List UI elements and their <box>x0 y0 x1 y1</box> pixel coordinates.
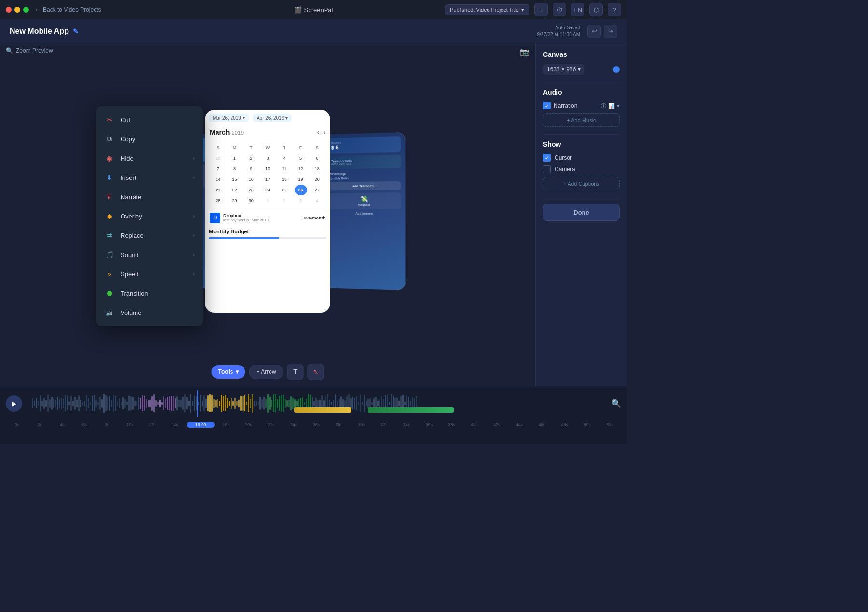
dropbox-icon: D <box>210 213 220 223</box>
narration-checkbox[interactable]: ✓ <box>543 102 551 109</box>
add-transaction: Add Transacti... <box>328 181 401 190</box>
prev-month-button[interactable]: ‹ <box>317 128 320 136</box>
narration-info-icon[interactable]: ⓘ <box>601 102 606 109</box>
preview-bottom-toolbar: Tools ▾ + Arrow T ↖ <box>211 364 324 380</box>
cursor-tool-button[interactable]: ↖ <box>308 364 324 380</box>
ruler-mark: 32s <box>373 422 395 427</box>
auto-saved-status: Auto Saved 9/27/22 at 11:38 AM <box>537 25 580 38</box>
chevron-down-icon: ▾ <box>521 7 524 13</box>
narration-audio-icon[interactable]: 📊 <box>608 103 615 109</box>
ruler-mark: 44s <box>508 422 531 427</box>
add-captions-button[interactable]: + Add Captions <box>543 177 620 190</box>
narration-icons: ⓘ 📊 ▾ <box>601 102 620 109</box>
narration-row: ✓ Narration ⓘ 📊 ▾ <box>543 102 620 109</box>
canvas-chevron-icon: ▾ <box>578 66 581 73</box>
cursor-row: ✓ Cursor <box>543 154 620 162</box>
narrate-icon: 🎙 <box>104 191 115 202</box>
ruler-mark: 2s <box>28 422 51 427</box>
close-button[interactable] <box>6 7 12 13</box>
camera-icon[interactable]: 📷 <box>520 47 529 56</box>
language-button[interactable]: EN <box>571 3 584 16</box>
timeline-track[interactable] <box>32 390 602 417</box>
ruler-mark: 50s <box>576 422 598 427</box>
calendar-date-range: Mar 26, 2019 ▾ Apr 26, 2019 ▾ <box>209 114 326 122</box>
ruler-mark: 20s <box>237 422 260 427</box>
menu-item-speed[interactable]: » Speed › <box>96 264 203 284</box>
dropbox-row: D Dropbox last payment 28 May 2019 -$26/… <box>209 210 326 226</box>
publish-button[interactable]: Published: Video Project Title ▾ <box>445 4 529 15</box>
back-button[interactable]: ← Back to Video Projects <box>35 6 101 13</box>
ruler-mark: 30s <box>350 422 373 427</box>
menu-item-cut[interactable]: ✂ Cut <box>96 110 203 129</box>
timeline-segment-green[interactable] <box>368 407 453 413</box>
timeline-segment-gold[interactable] <box>294 407 351 413</box>
menu-item-volume[interactable]: 🔉 Volume <box>96 303 203 322</box>
ruler-mark: 48s <box>554 422 576 427</box>
big-balance-display: Balance $ 6, <box>328 136 401 153</box>
ruler-mark: 16:00 <box>187 422 215 428</box>
minimize-button[interactable] <box>14 7 20 13</box>
preview-area: 🔍 Zoom Preview 📷 VISA Mandi Balance $ 6,… <box>0 43 535 386</box>
replace-icon: ⇄ <box>104 230 115 241</box>
menu-item-narrate[interactable]: 🎙 Narrate <box>96 187 203 206</box>
back-icon: ← <box>35 6 41 13</box>
ruler-mark: 26s <box>305 422 328 427</box>
ruler-mark: 42s <box>486 422 508 427</box>
tools-chevron-icon: ▾ <box>236 368 239 375</box>
menu-item-transition[interactable]: ⬣ Transition <box>96 284 203 303</box>
overlay-icon: ◆ <box>104 211 115 221</box>
app-logo-icon: 🎬 <box>294 6 302 14</box>
canvas-size-selector[interactable]: 1638 × 986 ▾ <box>543 64 584 75</box>
edit-icon[interactable]: ✎ <box>73 27 79 35</box>
ruler-mark: 24s <box>283 422 305 427</box>
audio-section-title: Audio <box>543 88 620 96</box>
right-phone-frame: Balance $ 6, Transportatio AWG spent $24… <box>324 132 405 290</box>
right-panel: Canvas 1638 × 986 ▾ Audio ✓ Narration ⓘ … <box>535 43 627 386</box>
help-icon[interactable]: ? <box>608 3 621 16</box>
ruler-mark: 46s <box>531 422 554 427</box>
history-icon[interactable]: ⏱ <box>553 3 566 16</box>
divider-3 <box>543 198 620 198</box>
add-music-button[interactable]: + Add Music <box>543 113 620 127</box>
speed-icon: » <box>104 269 115 279</box>
tools-button[interactable]: Tools ▾ <box>211 365 245 379</box>
menu-item-hide[interactable]: ◉ Hide › <box>96 149 203 168</box>
menu-item-overlay[interactable]: ◆ Overlay › <box>96 206 203 226</box>
ruler-mark: 12s <box>141 422 164 427</box>
copy-icon: ⧉ <box>104 134 115 144</box>
menu-icon[interactable]: ≡ <box>534 3 548 16</box>
canvas-section-title: Canvas <box>543 51 620 58</box>
undo-button[interactable]: ↩ <box>587 25 601 38</box>
narration-expand-icon[interactable]: ▾ <box>617 103 620 109</box>
arrow-button[interactable]: + Arrow <box>249 365 284 379</box>
layers-icon[interactable]: ⬡ <box>589 3 603 16</box>
calendar-grid: S M T W T F S 28 1 2 3 <box>209 141 326 207</box>
maximize-button[interactable] <box>23 7 29 13</box>
menu-item-insert[interactable]: ⬇ Insert › <box>96 168 203 187</box>
sound-arrow: › <box>193 251 195 258</box>
cursor-checkbox[interactable]: ✓ <box>543 154 551 162</box>
ruler-mark: 28s <box>327 422 350 427</box>
text-tool-button[interactable]: T <box>287 364 304 380</box>
menu-item-copy[interactable]: ⧉ Copy <box>96 129 203 149</box>
playhead[interactable] <box>197 390 198 417</box>
camera-checkbox[interactable] <box>543 165 551 173</box>
redo-button[interactable]: ↪ <box>604 25 617 38</box>
speed-arrow: › <box>193 271 195 277</box>
menu-item-sound[interactable]: 🎵 Sound › <box>96 245 203 264</box>
preview-toolbar: 🔍 Zoom Preview <box>6 47 53 54</box>
timeline-ruler: 0s2s4s6s8s10s12s14s16:0018s20s22s24s26s2… <box>0 421 627 429</box>
replace-arrow: › <box>193 232 195 239</box>
ruler-mark: 40s <box>463 422 486 427</box>
ruler-mark: 38s <box>440 422 463 427</box>
budget-progress-bar <box>209 237 326 239</box>
search-timeline-button[interactable]: 🔍 <box>611 399 621 408</box>
app-title: 🎬 ScreenPal <box>294 6 333 14</box>
zoom-icon: 🔍 <box>6 47 13 54</box>
divider-1 <box>543 82 620 82</box>
transition-icon: ⬣ <box>104 288 115 299</box>
done-button[interactable]: Done <box>543 204 620 221</box>
menu-item-replace[interactable]: ⇄ Replace › <box>96 226 203 245</box>
next-month-button[interactable]: › <box>323 128 326 136</box>
play-button[interactable]: ▶ <box>6 395 22 412</box>
